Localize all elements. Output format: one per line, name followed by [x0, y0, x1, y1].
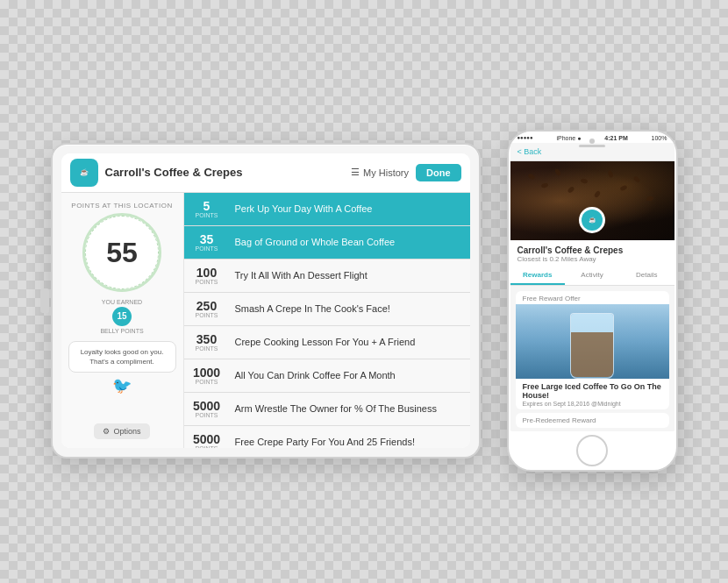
reward-item[interactable]: 5 POINTS Perk Up Your Day With A Coffee	[184, 193, 470, 226]
reward-points: 1000 POINTS	[184, 359, 230, 392]
phone-back-button[interactable]: < Back	[517, 147, 542, 156]
phone-tabs: Rewards Activity Details	[510, 267, 674, 286]
belly-points-badge: 15	[112, 307, 132, 326]
phone-cafe-distance: Closest is 0.2 Miles Away	[517, 255, 667, 263]
phone-home-button[interactable]	[576, 435, 608, 466]
reward-points: 5 POINTS	[184, 193, 230, 225]
bird-icon: 🐦	[112, 376, 132, 395]
tablet-home-button[interactable]	[40, 288, 49, 313]
left-panel: POINTS AT THIS LOCATION 55 YOU EARNED 15…	[61, 193, 184, 448]
phone-camera	[589, 139, 595, 144]
phone-cafe-logo-inner: ☕	[582, 210, 603, 231]
reward-name: All You Can Drink Coffee For A Month	[230, 362, 470, 388]
reward-item[interactable]: 350 POINTS Crepe Cooking Lesson For You …	[184, 326, 470, 359]
phone-tab-details[interactable]: Details	[619, 267, 674, 285]
phone-coffee-glass	[570, 313, 614, 379]
phone-pre-redeemed-label: Pre-Redeemed Reward	[523, 416, 662, 424]
app-name: Carroll's Coffee & Crepes	[105, 166, 345, 179]
belly-points-label: BELLY POINTS	[100, 328, 143, 334]
reward-points: 350 POINTS	[184, 326, 230, 359]
rewards-panel: 5 POINTS Perk Up Your Day With A Coffee …	[184, 193, 470, 448]
you-earned-label: YOU EARNED	[100, 299, 143, 305]
reward-points: 35 POINTS	[184, 226, 230, 259]
reward-item[interactable]: 1000 POINTS All You Can Drink Coffee For…	[184, 359, 470, 393]
app-logo: ☕	[70, 159, 98, 187]
phone-speaker	[579, 145, 605, 147]
done-button[interactable]: Done	[416, 164, 461, 181]
scene: ☕ Carroll's Coffee & Crepes ☰ My History…	[51, 130, 678, 472]
phone-reward-expires: Expires on Sept 18,2016 @Midnight	[516, 401, 669, 409]
reward-points: 100 POINTS	[184, 260, 230, 292]
reward-item[interactable]: 250 POINTS Smash A Crepe In The Cook's F…	[184, 293, 470, 326]
reward-item[interactable]: 5000 POINTS Arm Wrestle The Owner for % …	[184, 393, 470, 426]
phone-hero: ☕	[510, 161, 674, 240]
points-at-location-label: POINTS AT THIS LOCATION	[71, 202, 172, 210]
earned-section: YOU EARNED 15 BELLY POINTS	[100, 299, 143, 334]
phone-tab-rewards[interactable]: Rewards	[510, 267, 565, 285]
reward-item[interactable]: 5000 POINTS Free Crepe Party For You And…	[184, 426, 470, 448]
phone-reward-section-label: Free Reward Offer	[516, 291, 669, 304]
rewards-list: 5 POINTS Perk Up Your Day With A Coffee …	[184, 193, 470, 448]
phone-cafe-name: Carroll's Coffee & Crepes	[517, 245, 667, 255]
phone-cafe-logo: ☕	[579, 207, 605, 233]
reward-name: Perk Up Your Day With A Coffee	[230, 196, 470, 222]
phone-screen: < Back ☕	[510, 143, 674, 431]
phone-reward-offer-section: Free Reward Offer Free Large Iced Coffee…	[516, 291, 669, 409]
reward-item[interactable]: 35 POINTS Bag of Ground or Whole Bean Co…	[184, 226, 470, 260]
reward-name: Arm Wrestle The Owner for % Of The Busin…	[230, 395, 470, 422]
reward-points: 5000 POINTS	[184, 393, 230, 425]
phone-carrier: iPhone ●	[556, 135, 581, 141]
phone-cafe-info: Carroll's Coffee & Crepes Closest is 0.2…	[510, 240, 674, 267]
reward-name: Smash A Crepe In The Cook's Face!	[230, 295, 470, 322]
reward-points: 250 POINTS	[184, 293, 230, 325]
reward-name: Bag of Ground or Whole Bean Coffee	[230, 229, 470, 255]
reward-name: Crepe Cooking Lesson For You + A Friend	[230, 329, 470, 355]
phone-content: Free Reward Offer Free Large Iced Coffee…	[510, 286, 674, 431]
phone: ●●●●● iPhone ● 4:21 PM 100% < Back	[507, 130, 678, 472]
gear-icon: ⚙	[103, 427, 110, 436]
phone-time: 4:21 PM	[604, 135, 627, 141]
phone-pre-redeemed-section: Pre-Redeemed Reward	[516, 413, 669, 428]
phone-signal: ●●●●●	[517, 135, 533, 140]
phone-battery: 100%	[652, 135, 667, 141]
reward-name: Try It All With An Dessert Flight	[230, 262, 470, 288]
phone-reward-title: Free Large Iced Coffee To Go On The Hous…	[516, 379, 669, 401]
tablet-screen: ☕ Carroll's Coffee & Crepes ☰ My History…	[61, 153, 470, 448]
points-circle: 55	[82, 213, 161, 292]
tablet-header: ☕ Carroll's Coffee & Crepes ☰ My History…	[61, 153, 470, 193]
reward-points: 5000 POINTS	[184, 426, 230, 448]
my-history-button[interactable]: ☰ My History	[351, 167, 409, 178]
phone-iced-coffee-image	[516, 304, 669, 379]
reward-name: Free Crepe Party For You And 25 Friends!	[230, 429, 470, 448]
reward-item[interactable]: 100 POINTS Try It All With An Dessert Fl…	[184, 260, 470, 293]
phone-tab-activity[interactable]: Activity	[565, 267, 619, 285]
loyalty-message: Loyalty looks good on you. That's a comp…	[68, 341, 176, 373]
points-value: 55	[106, 238, 138, 267]
menu-icon: ☰	[351, 167, 360, 178]
options-button[interactable]: ⚙ Options	[94, 423, 149, 439]
tablet: ☕ Carroll's Coffee & Crepes ☰ My History…	[51, 143, 481, 459]
tablet-body: POINTS AT THIS LOCATION 55 YOU EARNED 15…	[61, 193, 470, 448]
